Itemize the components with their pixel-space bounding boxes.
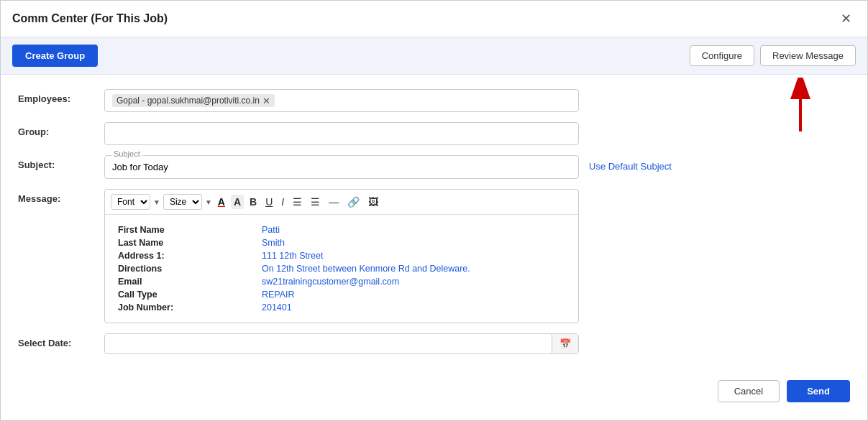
row-label: Email bbox=[115, 275, 259, 288]
message-label: Message: bbox=[18, 189, 104, 204]
configure-button[interactable]: Configure bbox=[690, 45, 754, 66]
tag-remove-icon[interactable]: ✕ bbox=[262, 96, 270, 106]
group-input[interactable] bbox=[104, 122, 579, 145]
close-button[interactable]: ✕ bbox=[836, 9, 856, 28]
employees-row: Employees: Gopal - gopal.sukhmai@protivi… bbox=[18, 89, 850, 112]
group-row: Group: bbox=[18, 122, 850, 145]
list-button[interactable]: ☰ bbox=[308, 195, 323, 209]
group-input-container bbox=[104, 122, 579, 145]
bold-button[interactable]: B bbox=[247, 195, 260, 209]
hr-button[interactable]: — bbox=[326, 195, 342, 209]
row-label: Directions bbox=[115, 262, 259, 275]
table-row: Job Number:201401 bbox=[115, 301, 568, 314]
row-value: Smith bbox=[259, 236, 568, 249]
select-date-row: Select Date: 📅 bbox=[18, 333, 850, 354]
message-row: Message: Font ▼ Size ▼ A A bbox=[18, 189, 850, 323]
subject-row: Subject: Subject Use Default Subject bbox=[18, 155, 850, 179]
date-input[interactable] bbox=[105, 334, 552, 353]
dialog-header: Comm Center (For This Job) ✕ bbox=[1, 1, 867, 37]
cancel-button[interactable]: Cancel bbox=[718, 380, 780, 402]
toolbar-row: Create Group Configure Review Message bbox=[1, 37, 867, 75]
subject-input-container: Subject bbox=[104, 155, 579, 179]
employees-input-container: Gopal - gopal.sukhmai@protiviti.co.in ✕ bbox=[104, 89, 579, 112]
select-date-label: Select Date: bbox=[18, 333, 104, 348]
use-default-subject-link[interactable]: Use Default Subject bbox=[589, 155, 672, 172]
subject-label: Subject: bbox=[18, 155, 104, 170]
editor-toolbar: Font ▼ Size ▼ A A B U I ☰ ☰ bbox=[105, 190, 578, 215]
font-chevron-icon: ▼ bbox=[153, 198, 160, 206]
underline-button[interactable]: U bbox=[262, 195, 275, 209]
message-content-table: First NamePattiLast NameSmithAddress 1:1… bbox=[115, 223, 568, 314]
row-label: Call Type bbox=[115, 288, 259, 301]
subject-float-label: Subject bbox=[111, 149, 142, 158]
send-button[interactable]: Send bbox=[787, 380, 850, 402]
row-value: REPAIR bbox=[259, 288, 568, 301]
subject-wrap: Subject bbox=[104, 155, 579, 179]
row-value: Patti bbox=[259, 223, 568, 236]
table-row: Last NameSmith bbox=[115, 236, 568, 249]
footer-row: Cancel Send bbox=[1, 373, 867, 414]
table-row: First NamePatti bbox=[115, 223, 568, 236]
row-value: 111 12th Street bbox=[259, 249, 568, 262]
employees-field[interactable]: Gopal - gopal.sukhmai@protiviti.co.in ✕ bbox=[104, 89, 579, 112]
image-button[interactable]: 🖼 bbox=[365, 195, 381, 209]
row-label: Address 1: bbox=[115, 249, 259, 262]
table-row: Call TypeREPAIR bbox=[115, 288, 568, 301]
row-value: sw21trainingcustomer@gmail.com bbox=[259, 275, 568, 288]
date-input-container: 📅 bbox=[104, 333, 579, 354]
font-color-button[interactable]: A bbox=[215, 195, 228, 209]
subject-input[interactable] bbox=[104, 155, 579, 179]
align-button[interactable]: ☰ bbox=[290, 195, 305, 209]
message-editor-container: Font ▼ Size ▼ A A B U I ☰ ☰ bbox=[104, 189, 579, 323]
group-label: Group: bbox=[18, 122, 104, 137]
table-row: Emailsw21trainingcustomer@gmail.com bbox=[115, 275, 568, 288]
row-value: 201401 bbox=[259, 301, 568, 314]
dialog-title: Comm Center (For This Job) bbox=[12, 12, 168, 25]
editor-content[interactable]: First NamePattiLast NameSmithAddress 1:1… bbox=[105, 215, 578, 323]
review-message-button[interactable]: Review Message bbox=[760, 45, 856, 66]
highlight-button[interactable]: A bbox=[231, 195, 244, 209]
row-label: Job Number: bbox=[115, 301, 259, 314]
toolbar-right: Configure Review Message bbox=[690, 45, 856, 66]
create-group-button[interactable]: Create Group bbox=[12, 45, 98, 67]
date-input-wrap: 📅 bbox=[104, 333, 579, 354]
row-label: First Name bbox=[115, 223, 259, 236]
font-select[interactable]: Font bbox=[111, 194, 150, 210]
link-button[interactable]: 🔗 bbox=[344, 195, 362, 209]
message-editor: Font ▼ Size ▼ A A B U I ☰ ☰ bbox=[104, 189, 579, 323]
table-row: Address 1:111 12th Street bbox=[115, 249, 568, 262]
employee-tag: Gopal - gopal.sukhmai@protiviti.co.in ✕ bbox=[112, 94, 275, 107]
italic-button[interactable]: I bbox=[278, 195, 287, 209]
form-area: Employees: Gopal - gopal.sukhmai@protivi… bbox=[1, 75, 867, 373]
row-value: On 12th Street between Kenmore Rd and De… bbox=[259, 262, 568, 275]
employee-tag-text: Gopal - gopal.sukhmai@protiviti.co.in bbox=[117, 96, 260, 106]
table-row: DirectionsOn 12th Street between Kenmore… bbox=[115, 262, 568, 275]
comm-center-dialog: Comm Center (For This Job) ✕ Create Grou… bbox=[0, 0, 868, 421]
employees-label: Employees: bbox=[18, 89, 104, 104]
size-select[interactable]: Size bbox=[163, 194, 202, 210]
row-label: Last Name bbox=[115, 236, 259, 249]
calendar-icon[interactable]: 📅 bbox=[552, 334, 578, 353]
size-chevron-icon: ▼ bbox=[205, 198, 212, 206]
